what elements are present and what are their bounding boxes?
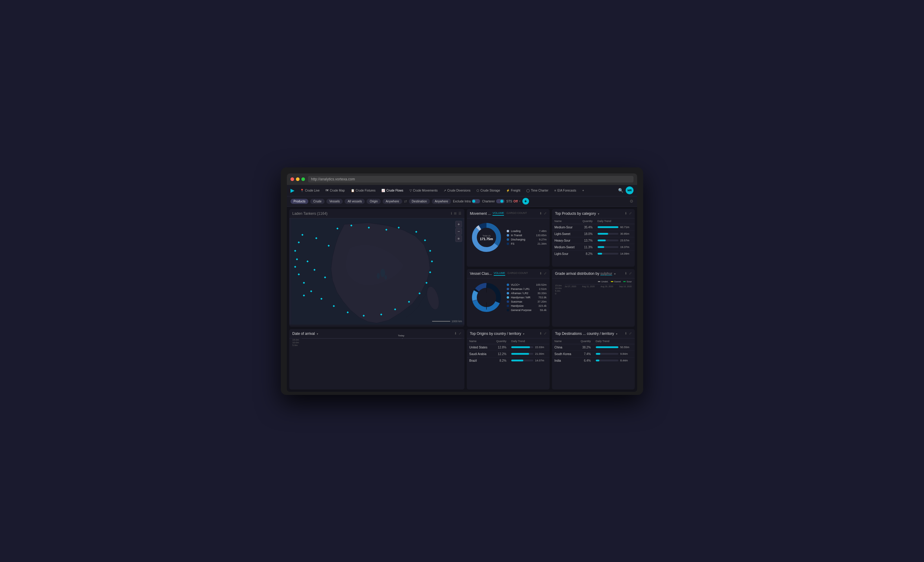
arrival-dropdown[interactable]: ▾ xyxy=(317,332,318,335)
charterer-toggle[interactable]: Charterer xyxy=(482,199,504,203)
grade-arrival-expand-icon[interactable]: ⤢ xyxy=(629,272,632,275)
user-avatar[interactable]: MR xyxy=(626,187,633,194)
destinations-actions: ⬇ ⤢ xyxy=(624,332,632,335)
dest-name: South Korea xyxy=(552,351,576,357)
destinations-dropdown[interactable]: ▾ xyxy=(616,332,618,335)
origins-row: United States 12.8% 22.03m xyxy=(467,344,550,351)
origin-bar-cell: 14.07m xyxy=(509,357,550,364)
origin-name: Saudi Arabia xyxy=(467,351,492,357)
top-products-row: Light-Sour 8.2% 14.09m xyxy=(552,250,635,257)
close-button[interactable] xyxy=(291,177,294,181)
filter-vessels[interactable]: Vessels xyxy=(326,199,343,204)
origins-row: Saudi Arabia 12.2% 21.00m xyxy=(467,351,550,357)
search-button[interactable]: 🔍 xyxy=(618,188,623,193)
vessel-volume-tab[interactable]: VOLUME xyxy=(494,272,505,276)
movement-panel: Movement ... VOLUME CARGO COUNT ⬇ ⤢ xyxy=(467,209,550,267)
arrival-bars xyxy=(302,338,461,339)
dest-name: India xyxy=(552,357,576,364)
handysize-dot xyxy=(507,305,509,307)
map-scale: 1000 km xyxy=(432,320,462,323)
col-name: Name xyxy=(552,218,579,224)
add-filter-button[interactable]: + xyxy=(522,198,529,205)
vessel-donut xyxy=(470,281,503,314)
top-products-expand-icon[interactable]: ⤢ xyxy=(629,211,632,215)
map-zoom-controls: + − ⊕ xyxy=(455,221,462,242)
legend-sweet: Sweet xyxy=(611,280,621,283)
filter-crude[interactable]: Crude xyxy=(310,199,324,204)
nav-item-crude-movements[interactable]: ▽ Crude Movements xyxy=(407,188,440,193)
arrival-expand-icon[interactable]: ⤢ xyxy=(459,332,461,335)
grade-arrival-actions: ⬇ ⤢ xyxy=(624,272,632,275)
nav-logo[interactable]: ▶ xyxy=(291,188,294,193)
zoom-in-button[interactable]: + xyxy=(455,221,462,227)
panamax-dot xyxy=(507,288,509,290)
nav-item-crude-fixtures[interactable]: 📋 Crude Fixtures xyxy=(348,188,378,193)
origin-bar-cell: 21.00m xyxy=(509,351,550,357)
product-bar-cell: 30.85m xyxy=(595,230,635,237)
charterer-track[interactable] xyxy=(496,199,505,203)
movement-expand-icon[interactable]: ⤢ xyxy=(544,211,546,215)
filter-anywhere-2[interactable]: Anywhere xyxy=(432,199,451,204)
nav-item-time-charter[interactable]: ◯ Time Charter xyxy=(524,188,551,193)
crude-storage-icon: ⬡ xyxy=(477,189,479,192)
origins-download-icon[interactable]: ⬇ xyxy=(539,332,542,335)
url-bar[interactable]: http://analytics.vortexa.com xyxy=(308,176,633,182)
product-bar-cell: 60.71m xyxy=(595,224,635,230)
destinations-download-icon[interactable]: ⬇ xyxy=(624,332,627,335)
zoom-out-button[interactable]: − xyxy=(455,228,462,235)
filter-all-vessels[interactable]: All vessels xyxy=(345,199,365,204)
nav-item-eia-forecasts[interactable]: ≡ EIA Forecasts xyxy=(552,188,579,193)
destinations-title: Top Destinations ... country / territory… xyxy=(555,332,618,336)
filter-destination[interactable]: Destination xyxy=(409,199,430,204)
arrival-actions: ⬇ ⤢ xyxy=(454,332,461,335)
nav-add-tab[interactable]: + xyxy=(580,188,586,193)
charterer-thumb xyxy=(500,200,503,203)
top-products-row: Heavy-Sour 13.7% 23.57m xyxy=(552,237,635,244)
filter-anywhere-1[interactable]: Anywhere xyxy=(382,199,402,204)
vessel-download-icon[interactable]: ⬇ xyxy=(539,272,542,275)
destinations-expand-icon[interactable]: ⤢ xyxy=(629,332,632,335)
movement-download-icon[interactable]: ⬇ xyxy=(539,211,542,215)
nav-item-crude-live[interactable]: 📍 Crude Live xyxy=(298,188,322,193)
movement-volume-tab[interactable]: VOLUME xyxy=(492,211,504,216)
legend-suezmax: Suezmax 37.20m xyxy=(507,300,546,303)
product-bar-cell: 14.09m xyxy=(595,250,635,257)
map-info-icon[interactable]: ℹ xyxy=(451,211,452,215)
origins-dropdown[interactable]: ▾ xyxy=(523,332,525,335)
map-container[interactable]: + − ⊕ 1000 km xyxy=(289,218,464,324)
nav-item-crude-map[interactable]: 🗺 Crude Map xyxy=(323,188,347,193)
date-of-arrival-panel: Date of arrival ▾ ⬇ ⤢ 15.0m 10.0m xyxy=(289,329,464,389)
nav-item-freight[interactable]: ⚡ Freight xyxy=(504,188,523,193)
settings-icon[interactable]: ⚙ xyxy=(630,199,633,203)
legend-in-transit: In Transit 133.65m xyxy=(507,234,546,237)
exclude-intra-track[interactable] xyxy=(472,199,480,203)
grade-arrival-download-icon[interactable]: ⬇ xyxy=(624,272,627,275)
maximize-button[interactable] xyxy=(302,177,305,181)
filter-products[interactable]: Products xyxy=(291,199,308,204)
vessel-class-title: Vessel Clas... xyxy=(470,272,492,276)
map-list-icon[interactable]: ☰ xyxy=(458,211,461,215)
nav-item-crude-flows[interactable]: 📈 Crude Flows xyxy=(379,188,405,193)
movement-cargo-tab[interactable]: CARGO COUNT xyxy=(506,211,527,216)
crude-flows-icon: 📈 xyxy=(381,189,385,192)
vessel-expand-icon[interactable]: ⤢ xyxy=(544,272,546,275)
legend-general-purpose: General Purpose 59.4k xyxy=(507,309,546,312)
nav-item-crude-diversions[interactable]: ↗ Crude Diversions xyxy=(441,188,473,193)
exclude-intra-toggle[interactable]: Exclude Intra xyxy=(453,199,480,203)
donut-center: Total (t) 171.75m xyxy=(480,234,493,241)
layers-button[interactable]: ⊕ xyxy=(455,235,462,242)
map-grid-icon[interactable]: ⊞ xyxy=(454,211,457,215)
filter-origin[interactable]: Origin xyxy=(367,199,381,204)
minimize-button[interactable] xyxy=(296,177,300,181)
sts-dropdown-arrow[interactable]: ▾ xyxy=(519,200,520,203)
top-products-download-icon[interactable]: ⬇ xyxy=(624,211,627,215)
center-column: Movement ... VOLUME CARGO COUNT ⬇ ⤢ xyxy=(467,209,550,327)
vessel-cargo-tab[interactable]: CARGO COUNT xyxy=(508,272,528,276)
top-products-dropdown[interactable]: ▾ xyxy=(598,212,599,215)
origin-bar-cell: 22.03m xyxy=(509,344,550,351)
origins-expand-icon[interactable]: ⤢ xyxy=(544,332,546,335)
nav-item-crude-storage[interactable]: ⬡ Crude Storage xyxy=(474,188,502,193)
arrival-download-icon[interactable]: ⬇ xyxy=(454,332,457,335)
undet-color xyxy=(598,281,600,282)
grade-arrival-dropdown[interactable]: ▾ xyxy=(614,272,616,275)
